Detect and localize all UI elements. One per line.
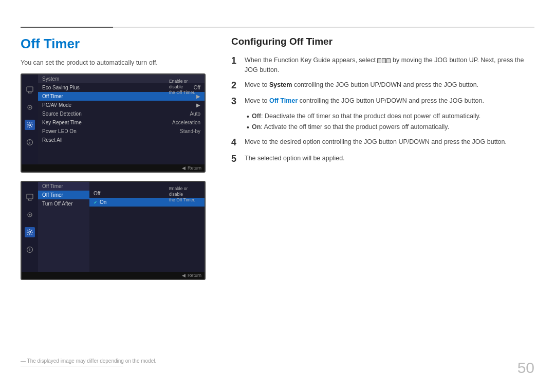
step-text-5: The selected option will be applied. bbox=[245, 154, 345, 163]
bullet-on: • On: Activate the off timer so that the… bbox=[247, 123, 534, 132]
section-title: Configuring Off Timer bbox=[231, 36, 534, 47]
step-1: 1 When the Function Key Guide appears, s… bbox=[231, 55, 534, 75]
svg-point-19 bbox=[29, 248, 30, 249]
svg-rect-10 bbox=[27, 194, 33, 199]
bullet-off: • Off: Deactivate the off timer so that … bbox=[247, 113, 534, 121]
step-number-4: 4 bbox=[231, 137, 240, 148]
icon-monitor-2 bbox=[25, 192, 35, 202]
svg-point-15 bbox=[29, 214, 31, 216]
submenu-dual: Off Timer Off Timer Turn Off After Off ✓… bbox=[38, 182, 205, 272]
right-column: Configuring Off Timer 1 When the Functio… bbox=[231, 36, 534, 170]
monitor-mockup-2: Off Timer Off Timer Turn Off After Off ✓… bbox=[21, 181, 206, 280]
enable-label-1: Enable or disable the Off Timer. bbox=[169, 79, 202, 96]
bottom-line bbox=[21, 366, 123, 366]
return-bar-2: ◀ Return bbox=[22, 272, 205, 279]
step-4: 4 Move to the desired option controlling… bbox=[231, 137, 534, 148]
menu-item-resetall: Reset All bbox=[38, 136, 205, 144]
svg-point-5 bbox=[29, 107, 31, 108]
step-text-2: Move to System controlling the JOG butto… bbox=[245, 80, 478, 90]
kbd-icon bbox=[377, 58, 391, 63]
return-label-1: Return bbox=[188, 165, 201, 171]
sidebar-icons-2 bbox=[22, 182, 38, 272]
icon-gear-active bbox=[25, 120, 35, 130]
monitor-mockup-1: System Eco Saving Plus Off Off Timer ▶ P… bbox=[21, 73, 206, 173]
menu-item-powerled: Power LED On Stand-by bbox=[38, 127, 205, 136]
return-label-2: Return bbox=[188, 273, 201, 278]
menu-item-pcav: PC/AV Mode ▶ bbox=[38, 101, 205, 109]
disclaimer-text: ― The displayed image may differ dependi… bbox=[21, 358, 156, 364]
step-text-1: When the Function Key Guide appears, sel… bbox=[245, 55, 534, 75]
return-bar-1: ◀ Return bbox=[22, 164, 205, 172]
svg-point-6 bbox=[29, 124, 31, 126]
submenu-turnoffafter: Turn Off After bbox=[38, 199, 89, 208]
step-2: 2 Move to System controlling the JOG but… bbox=[231, 80, 534, 91]
page-title: Off Timer bbox=[21, 36, 216, 52]
menu-item-keyrepeat: Key Repeat Time Acceleration bbox=[38, 118, 205, 127]
step-5: 5 The selected option will be applied. bbox=[231, 154, 534, 165]
sidebar-icons-1 bbox=[22, 74, 38, 164]
svg-point-9 bbox=[29, 140, 30, 141]
subtitle-text: You can set the product to automatically… bbox=[21, 59, 216, 66]
left-column: Off Timer You can set the product to aut… bbox=[21, 36, 216, 288]
svg-point-16 bbox=[29, 231, 31, 233]
step-text-3: Move to Off Timer controlling the JOG bu… bbox=[245, 96, 484, 106]
check-mark: ✓ bbox=[94, 200, 98, 205]
step-3: 3 Move to Off Timer controlling the JOG … bbox=[231, 96, 534, 107]
submenu-offtimer: Off Timer bbox=[38, 191, 89, 199]
svg-rect-0 bbox=[27, 87, 33, 91]
step-number-5: 5 bbox=[231, 154, 240, 165]
menu-item-source: Source Detection Auto bbox=[38, 109, 205, 118]
submenu-panel: Off Timer Off Timer Turn Off After bbox=[38, 182, 89, 272]
page-number: 50 bbox=[517, 359, 534, 377]
icon-info-2 bbox=[25, 245, 35, 255]
icon-monitor bbox=[25, 85, 35, 95]
icon-info bbox=[25, 137, 35, 147]
bullet-list: • Off: Deactivate the off timer so that … bbox=[247, 113, 534, 133]
icon-joystick-2 bbox=[25, 210, 35, 220]
step-text-4: Move to the desired option controlling t… bbox=[245, 137, 507, 147]
icon-joystick bbox=[25, 102, 35, 113]
menu-area-1: System Eco Saving Plus Off Off Timer ▶ P… bbox=[38, 74, 205, 164]
enable-label-2: Enable or disable the Off Timer. bbox=[169, 186, 202, 203]
step-number-1: 1 bbox=[231, 55, 240, 67]
submenu-header: Off Timer bbox=[38, 182, 89, 191]
step-number-2: 2 bbox=[231, 80, 240, 91]
top-line bbox=[21, 27, 534, 28]
icon-gear-active-2 bbox=[25, 227, 35, 237]
step-number-3: 3 bbox=[231, 96, 240, 107]
